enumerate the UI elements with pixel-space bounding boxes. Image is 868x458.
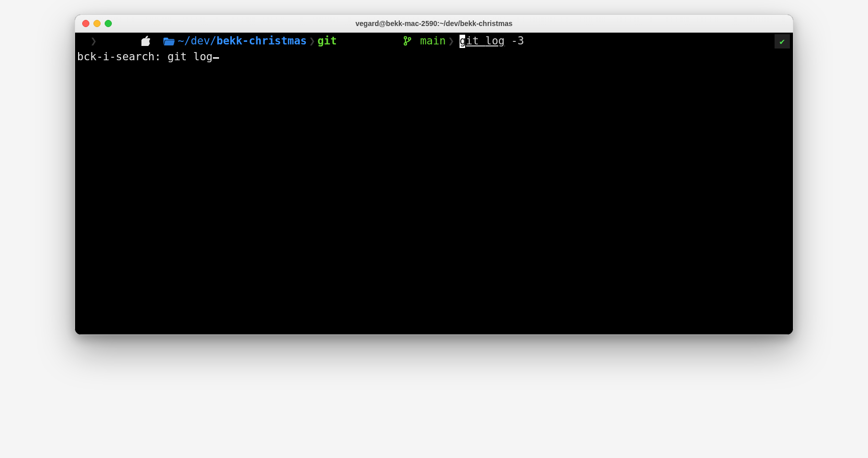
- path-slash: /: [184, 34, 191, 48]
- path-mid: dev: [190, 34, 210, 48]
- reverse-search-row: bck-i-search: git log: [75, 50, 793, 64]
- check-icon: ✔: [780, 36, 785, 47]
- search-cursor: g: [460, 34, 466, 48]
- prompt-row: ❯ ~/dev/bekk-christmas ❯ git: [75, 33, 793, 50]
- stage: vegard@bekk-mac-2590:~/dev/bekk-christma…: [0, 0, 868, 458]
- titlebar[interactable]: vegard@bekk-mac-2590:~/dev/bekk-christma…: [75, 15, 793, 33]
- status-badge: ✔: [775, 34, 790, 49]
- path-slash: /: [210, 34, 216, 48]
- svg-point-2: [408, 38, 411, 40]
- svg-point-0: [404, 37, 407, 39]
- git-branch-icon: [337, 20, 414, 62]
- cursor-icon: [213, 57, 219, 59]
- path-tilde: ~: [178, 34, 184, 48]
- command-input[interactable]: git log -3: [460, 34, 524, 48]
- command-match-part1: it: [466, 35, 486, 47]
- search-prefix: bck-i-search:: [77, 51, 167, 63]
- segment-sep-icon: ❯: [446, 34, 456, 48]
- command-rest: -3: [504, 35, 524, 47]
- search-query[interactable]: git log: [167, 51, 213, 63]
- terminal-window: vegard@bekk-mac-2590:~/dev/bekk-christma…: [75, 14, 793, 335]
- terminal-body[interactable]: ❯ ~/dev/bekk-christmas ❯ git: [75, 33, 793, 334]
- branch-name: main: [414, 34, 446, 48]
- path-repo: bekk-christmas: [216, 34, 307, 48]
- segment-sep-icon: ❯: [88, 34, 99, 48]
- svg-point-1: [404, 43, 407, 45]
- git-label: git: [318, 34, 337, 48]
- segment-sep-icon: ❯: [307, 34, 318, 48]
- window-title: vegard@bekk-mac-2590:~/dev/bekk-christma…: [75, 19, 793, 28]
- command-match-part2: log: [486, 35, 505, 47]
